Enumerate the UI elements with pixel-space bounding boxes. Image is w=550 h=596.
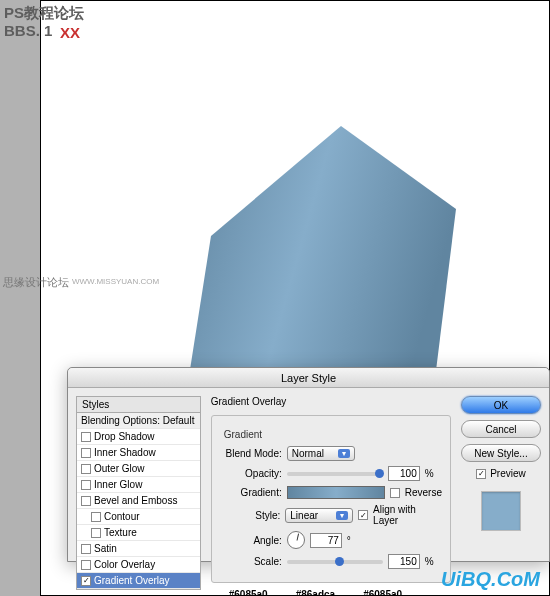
style-select[interactable]: Linear▾	[285, 508, 353, 523]
scale-input[interactable]: 150	[388, 554, 420, 569]
new-style-button[interactable]: New Style...	[461, 444, 541, 462]
watermark-top-bbs: BBS. 1	[4, 22, 52, 39]
watermark-side-cn: 思缘设计论坛	[3, 275, 69, 290]
opacity-input[interactable]: 100	[388, 466, 420, 481]
preview-checkbox[interactable]	[476, 469, 486, 479]
reverse-checkbox[interactable]	[390, 488, 400, 498]
style-label: Style:	[220, 510, 281, 521]
angle-dial[interactable]	[287, 531, 305, 549]
settings-column: Gradient Overlay Gradient Blend Mode: No…	[211, 396, 451, 553]
gradient-preview[interactable]	[287, 486, 385, 499]
style-outer-glow[interactable]: Outer Glow	[77, 461, 200, 477]
blending-options-row[interactable]: Blending Options: Default	[77, 413, 200, 429]
style-contour[interactable]: Contour	[77, 509, 200, 525]
style-bevel-emboss[interactable]: Bevel and Emboss	[77, 493, 200, 509]
panel-title: Gradient Overlay	[211, 396, 451, 407]
opacity-slider[interactable]	[287, 472, 383, 476]
angle-label: Angle:	[220, 535, 282, 546]
scale-slider[interactable]	[287, 560, 383, 564]
style-satin[interactable]: Satin	[77, 541, 200, 557]
align-checkbox[interactable]	[358, 510, 368, 520]
hex-codes-row: #6085a0 #86adca #6085a0	[211, 589, 451, 596]
cancel-button[interactable]: Cancel	[461, 420, 541, 438]
styles-header[interactable]: Styles	[76, 396, 201, 413]
styles-list-column: Styles Blending Options: Default Drop Sh…	[76, 396, 201, 553]
watermark-top-xx: XX	[60, 24, 80, 41]
opacity-label: Opacity:	[220, 468, 282, 479]
style-gradient-overlay[interactable]: Gradient Overlay	[77, 573, 200, 589]
angle-input[interactable]: 77	[310, 533, 342, 548]
style-inner-shadow[interactable]: Inner Shadow	[77, 445, 200, 461]
gradient-label: Gradient:	[220, 487, 282, 498]
scale-label: Scale:	[220, 556, 282, 567]
buttons-column: OK Cancel New Style... Preview	[461, 396, 541, 553]
dropdown-icon: ▾	[336, 511, 348, 520]
style-inner-glow[interactable]: Inner Glow	[77, 477, 200, 493]
watermark-top-cn: PS教程论坛	[4, 4, 84, 23]
preview-swatch	[481, 491, 521, 531]
watermark-bottom: UiBQ.CoM	[441, 568, 540, 591]
blend-mode-select[interactable]: Normal▾	[287, 446, 355, 461]
blend-mode-label: Blend Mode:	[220, 448, 282, 459]
preview-label: Preview	[490, 468, 526, 479]
style-drop-shadow[interactable]: Drop Shadow	[77, 429, 200, 445]
dialog-title: Layer Style	[68, 368, 549, 388]
style-texture[interactable]: Texture	[77, 525, 200, 541]
layer-style-dialog: Layer Style Styles Blending Options: Def…	[67, 367, 550, 562]
watermark-side-url: WWW.MISSYUAN.COM	[72, 277, 159, 286]
group-legend: Gradient	[220, 429, 266, 440]
dropdown-icon: ▾	[338, 449, 350, 458]
ok-button[interactable]: OK	[461, 396, 541, 414]
align-label: Align with Layer	[373, 504, 442, 526]
reverse-label: Reverse	[405, 487, 442, 498]
style-color-overlay[interactable]: Color Overlay	[77, 557, 200, 573]
